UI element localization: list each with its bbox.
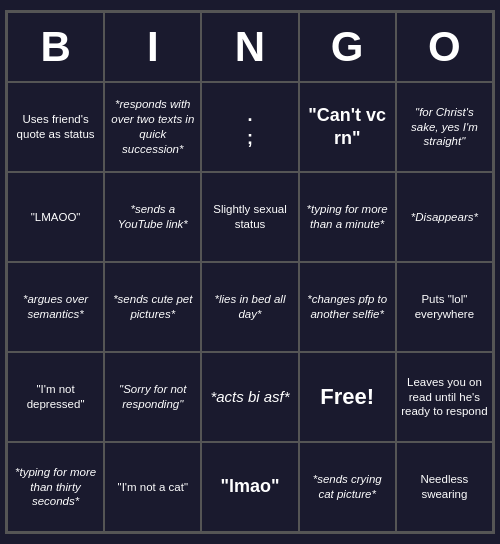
bingo-cell: "lmao" <box>201 442 298 532</box>
bingo-cell: *lies in bed all day* <box>201 262 298 352</box>
bingo-cell: "I'm not depressed" <box>7 352 104 442</box>
bingo-cell: Uses friend's quote as status <box>7 82 104 172</box>
bingo-cell: *sends crying cat picture* <box>299 442 396 532</box>
bingo-cell: *sends cute pet pictures* <box>104 262 201 352</box>
header-letter: N <box>201 12 298 82</box>
bingo-cell: "LMAOO" <box>7 172 104 262</box>
bingo-cell: Leaves you on read until he's ready to r… <box>396 352 493 442</box>
bingo-cell: *acts bi asf* <box>201 352 298 442</box>
bingo-cell: "I'm not a cat" <box>104 442 201 532</box>
bingo-cell: . ; <box>201 82 298 172</box>
bingo-header: BINGO <box>7 12 493 82</box>
bingo-cell: *typing for more than thirty seconds* <box>7 442 104 532</box>
header-letter: G <box>299 12 396 82</box>
bingo-cell: Needless swearing <box>396 442 493 532</box>
bingo-cell: Free! <box>299 352 396 442</box>
bingo-cell: *argues over semantics* <box>7 262 104 352</box>
bingo-cell: *typing for more than a minute* <box>299 172 396 262</box>
header-letter: O <box>396 12 493 82</box>
bingo-cell: *sends a YouTube link* <box>104 172 201 262</box>
bingo-cell: "Sorry for not responding" <box>104 352 201 442</box>
bingo-cell: *changes pfp to another selfie* <box>299 262 396 352</box>
bingo-cell: *Disappears* <box>396 172 493 262</box>
header-letter: B <box>7 12 104 82</box>
bingo-grid: Uses friend's quote as status*responds w… <box>7 82 493 532</box>
header-letter: I <box>104 12 201 82</box>
bingo-cell: *responds with over two texts in quick s… <box>104 82 201 172</box>
bingo-cell: "for Christ's sake, yes I'm straight" <box>396 82 493 172</box>
bingo-cell: Puts "lol" everywhere <box>396 262 493 352</box>
bingo-card: BINGO Uses friend's quote as status*resp… <box>5 10 495 534</box>
bingo-cell: Slightly sexual status <box>201 172 298 262</box>
bingo-cell: "Can't vc rn" <box>299 82 396 172</box>
